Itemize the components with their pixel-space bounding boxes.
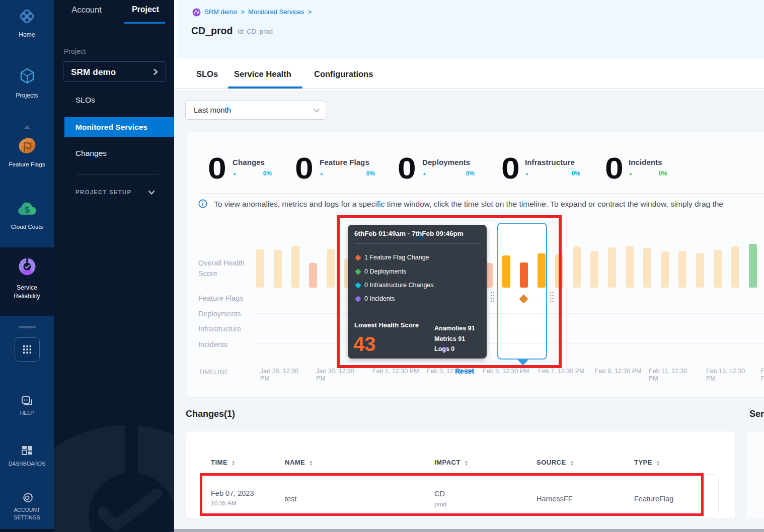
svg-text:$: $ <box>25 205 30 215</box>
